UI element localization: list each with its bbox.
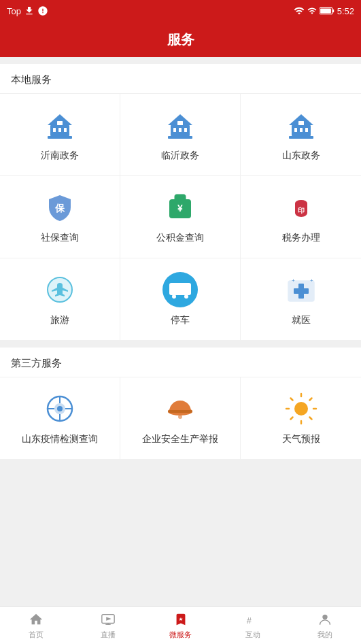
svg-rect-3: [48, 136, 72, 139]
service-tax-label: 税务办理: [282, 232, 320, 244]
download-icon: [24, 5, 35, 16]
service-fund-label: 公积金查询: [156, 232, 204, 244]
service-shandong[interactable]: 山东政务: [241, 94, 361, 176]
medical-icon: + +: [283, 272, 319, 307]
service-shandong-label: 山东政务: [282, 150, 320, 162]
nav-service[interactable]: 微服务: [144, 607, 216, 644]
service-medical-label: 就医: [292, 314, 311, 326]
service-linyi-label: 临沂政务: [161, 150, 199, 162]
svg-text:保: 保: [54, 203, 65, 214]
svg-rect-21: [305, 128, 308, 132]
svg-line-63: [290, 418, 292, 420]
nav-mine[interactable]: 我的: [289, 607, 361, 644]
bottom-nav: 首页 直播 微服务 # 互动: [0, 606, 361, 644]
service-epidemic[interactable]: 山东疫情检测查询: [0, 377, 120, 460]
svg-rect-5: [53, 128, 56, 132]
svg-rect-9: [57, 121, 63, 125]
time-display: 5:52: [337, 6, 354, 16]
svg-point-70: [322, 614, 327, 619]
nav-service-label: 微服务: [169, 630, 192, 640]
svg-point-54: [178, 415, 182, 419]
svg-point-33: [172, 294, 176, 299]
svg-text:印: 印: [298, 207, 305, 214]
service-epidemic-label: 山东疫情检测查询: [22, 433, 98, 445]
interact-icon: #: [245, 611, 261, 628]
shield-icon-social: 保: [42, 190, 78, 225]
service-linnan[interactable]: 沂南政务: [0, 94, 120, 176]
svg-rect-38: [185, 285, 189, 289]
fund-icon: ¥: [162, 190, 198, 225]
status-left: Top: [7, 5, 48, 16]
nav-interact-label: 互动: [245, 630, 260, 640]
svg-rect-17: [289, 136, 313, 139]
status-bar: Top 5:52: [0, 0, 361, 22]
svg-rect-12: [173, 128, 176, 132]
svg-rect-39: [178, 290, 182, 293]
battery-icon: [320, 7, 334, 15]
service-linnan-label: 沂南政务: [41, 150, 79, 162]
service-fund[interactable]: ¥ 公积金查询: [120, 176, 241, 258]
svg-rect-2: [320, 8, 331, 13]
svg-text:¥: ¥: [177, 203, 183, 214]
notification-icon: [37, 5, 48, 16]
service-linyi[interactable]: 临沂政务: [120, 94, 241, 176]
svg-rect-14: [184, 128, 187, 132]
service-social[interactable]: 保 社保查询: [0, 176, 120, 258]
svg-point-34: [184, 294, 188, 299]
service-weather[interactable]: 天气预报: [241, 377, 361, 460]
app-header: 服务: [0, 22, 361, 57]
page-title: 服务: [167, 31, 194, 49]
local-services-header: 本地服务: [0, 64, 361, 93]
third-party-grid: 山东疫情检测查询 企业安全生产举报: [0, 377, 361, 460]
third-party-section: 第三方服务 山东疫情检测查询: [0, 348, 361, 460]
svg-marker-65: [107, 617, 111, 621]
nav-live[interactable]: 直播: [72, 607, 144, 644]
svg-rect-20: [300, 128, 303, 132]
service-icon: [173, 611, 189, 628]
svg-rect-53: [168, 410, 192, 413]
service-safety[interactable]: 企业安全生产举报: [120, 377, 241, 460]
svg-text:#: #: [247, 615, 252, 625]
service-weather-label: 天气预报: [282, 433, 320, 445]
building-icon-shandong: [283, 107, 319, 143]
svg-rect-23: [298, 121, 304, 125]
svg-line-62: [309, 399, 311, 401]
status-right: 5:52: [294, 6, 354, 16]
svg-point-55: [294, 402, 308, 416]
building-icon-linyi: [162, 107, 198, 143]
svg-rect-19: [294, 128, 297, 132]
nav-live-label: 直播: [101, 630, 116, 640]
wifi-icon: [294, 6, 305, 16]
mine-icon: [317, 611, 333, 628]
nav-interact[interactable]: # 互动: [217, 607, 289, 644]
local-services-grid: 沂南政务 临沂政务: [0, 93, 361, 341]
third-party-header: 第三方服务: [0, 348, 361, 377]
svg-rect-13: [179, 128, 182, 132]
svg-rect-7: [64, 128, 67, 132]
svg-line-60: [290, 399, 292, 401]
main-content: 本地服务 沂南政务: [0, 57, 361, 606]
service-safety-label: 企业安全生产举报: [142, 433, 218, 445]
service-parking[interactable]: 停车: [120, 258, 241, 341]
svg-rect-37: [178, 285, 184, 289]
service-tax[interactable]: 印 税务办理: [241, 176, 361, 258]
svg-point-51: [57, 406, 63, 411]
nav-home[interactable]: 首页: [0, 607, 72, 644]
home-icon: [28, 611, 44, 628]
live-icon: [100, 611, 116, 628]
svg-rect-16: [177, 121, 183, 125]
epidemic-icon: [42, 391, 78, 426]
svg-text:+: +: [310, 277, 313, 284]
service-social-label: 社保查询: [41, 232, 79, 244]
svg-rect-36: [171, 285, 177, 289]
svg-rect-42: [294, 288, 309, 294]
service-medical[interactable]: + + 就医: [241, 258, 361, 341]
nav-mine-label: 我的: [317, 630, 332, 640]
signal-icon: [307, 6, 317, 16]
weather-icon: [283, 391, 319, 426]
service-parking-label: 停车: [171, 314, 190, 326]
svg-line-61: [309, 418, 311, 420]
local-services-section: 本地服务 沂南政务: [0, 64, 361, 341]
status-top-label: Top: [7, 6, 21, 16]
service-travel[interactable]: 旅游: [0, 258, 120, 341]
